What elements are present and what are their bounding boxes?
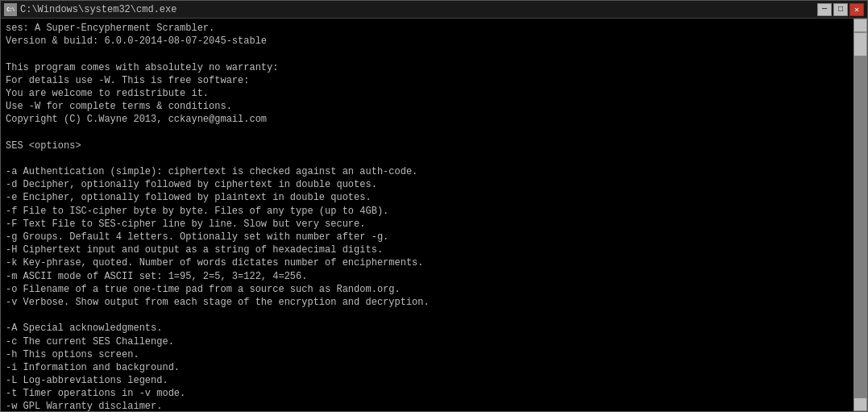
title-bar: C:\ C:\Windows\system32\cmd.exe ─ □ ✕ (1, 1, 867, 19)
cmd-window: C:\ C:\Windows\system32\cmd.exe ─ □ ✕ se… (0, 0, 868, 412)
close-button[interactable]: ✕ (849, 3, 864, 16)
cmd-icon: C:\ (4, 3, 17, 16)
window-title: C:\Windows\system32\cmd.exe (20, 4, 177, 15)
minimize-button[interactable]: ─ (817, 3, 832, 16)
title-bar-left: C:\ C:\Windows\system32\cmd.exe (4, 3, 177, 16)
scroll-down-button[interactable]: ▼ (853, 397, 867, 411)
scroll-up-button[interactable]: ▲ (853, 19, 867, 32)
scroll-thumb[interactable] (853, 32, 867, 56)
scroll-track (853, 32, 867, 397)
maximize-button[interactable]: □ (833, 3, 848, 16)
content-area: ses: A Super-Encypherment Scrambler. Ver… (1, 19, 867, 411)
scrollbar[interactable]: ▲ ▼ (853, 19, 867, 411)
window-controls: ─ □ ✕ (817, 3, 864, 16)
terminal-output[interactable]: ses: A Super-Encypherment Scrambler. Ver… (1, 19, 853, 411)
